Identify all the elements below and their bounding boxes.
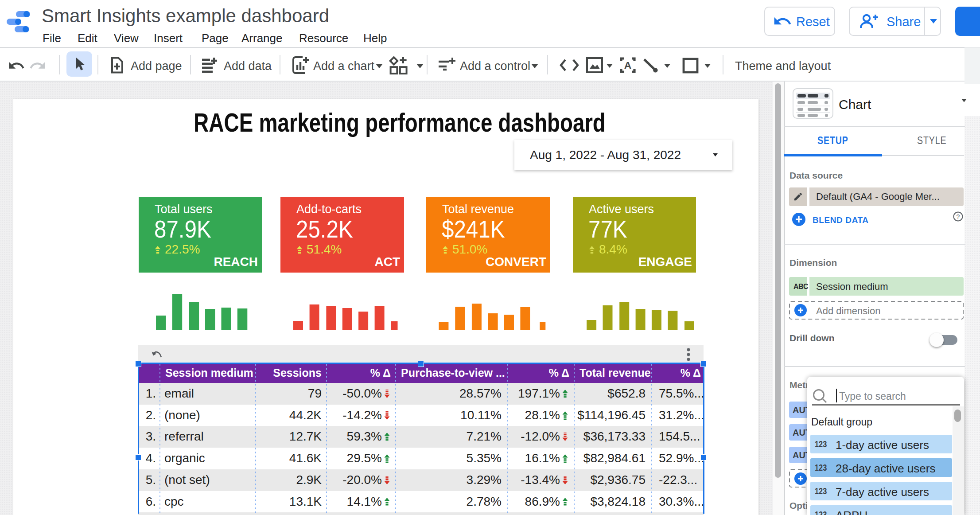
svg-text:?: ? [957,213,960,220]
svg-text:A: A [624,59,631,71]
